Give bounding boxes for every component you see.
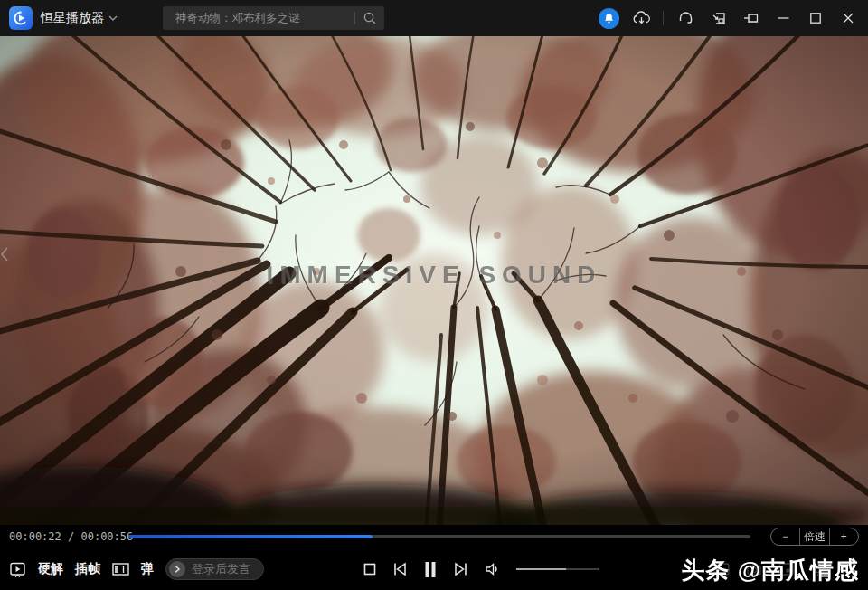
pause-icon xyxy=(424,561,437,578)
screenshot-icon xyxy=(747,563,761,576)
bell-icon xyxy=(603,13,615,24)
volume-slider[interactable] xyxy=(516,568,599,570)
pause-button[interactable] xyxy=(424,561,437,578)
subtitle-button[interactable] xyxy=(714,563,730,576)
maximize-icon xyxy=(810,13,821,24)
picture-in-picture-icon xyxy=(778,563,794,576)
previous-track-icon xyxy=(392,561,408,577)
screenshot-button[interactable] xyxy=(747,563,761,576)
minimize-button[interactable] xyxy=(772,7,794,29)
settings-button[interactable] xyxy=(811,563,825,576)
minimize-icon xyxy=(778,13,789,24)
speed-decrease-button[interactable]: − xyxy=(771,528,799,545)
search-input[interactable]: 神奇动物：邓布利多之谜 xyxy=(163,6,384,30)
app-title[interactable]: 恒星播放器 xyxy=(41,10,118,26)
notification-bell-button[interactable] xyxy=(599,8,619,29)
dock-sidebar-icon xyxy=(743,12,759,24)
volume-slider-fill xyxy=(516,568,566,570)
video-center-watermark: IMMERSIVE SOUND xyxy=(266,261,601,290)
playlist-button[interactable] xyxy=(9,561,26,578)
picture-in-picture-button[interactable] xyxy=(778,563,794,576)
search-divider xyxy=(354,12,355,24)
login-arrow-icon xyxy=(169,561,185,577)
seek-bar-fill xyxy=(128,535,373,538)
close-icon xyxy=(843,13,854,24)
headset-support-button[interactable] xyxy=(675,7,696,29)
titlebar-divider xyxy=(663,11,664,25)
gear-icon xyxy=(811,563,825,576)
speed-label-button[interactable]: 倍速 xyxy=(799,528,829,545)
fullscreen-button[interactable] xyxy=(842,563,855,576)
headset-icon xyxy=(678,11,693,25)
seek-bar[interactable] xyxy=(128,535,750,538)
volume-button[interactable] xyxy=(485,562,500,576)
search-placeholder: 神奇动物：邓布利多之谜 xyxy=(175,11,347,26)
cloud-download-button[interactable] xyxy=(630,7,652,29)
danmaku-login-input[interactable]: 登录后发言 xyxy=(165,558,264,580)
login-placeholder: 登录后发言 xyxy=(192,561,250,577)
maximize-button[interactable] xyxy=(805,7,826,29)
danmaku-display-icon xyxy=(112,563,129,576)
playlist-icon xyxy=(9,561,26,578)
previous-button[interactable] xyxy=(392,561,408,577)
video-surface[interactable]: IMMERSIVE SOUND xyxy=(0,36,868,525)
fullscreen-icon xyxy=(842,563,855,576)
volume-icon xyxy=(485,562,500,576)
playback-speed-control: − 倍速 + xyxy=(770,528,859,546)
next-track-icon xyxy=(453,561,468,577)
frame-interpolation-button[interactable]: 插帧 xyxy=(75,561,100,577)
cloud-download-icon xyxy=(633,11,650,25)
dock-sidebar-button[interactable] xyxy=(740,7,761,29)
collapse-panel-chevron-icon[interactable] xyxy=(0,246,9,262)
player-control-bar: 00:00:22 / 00:00:56 − 倍速 + 硬解 插帧 xyxy=(0,525,868,590)
danmaku-toggle-button[interactable]: 弹 xyxy=(141,561,154,577)
app-title-label: 恒星播放器 xyxy=(41,10,104,26)
mini-mode-button[interactable] xyxy=(707,7,729,29)
speed-increase-button[interactable]: + xyxy=(830,528,858,545)
next-button[interactable] xyxy=(453,561,468,577)
search-icon[interactable] xyxy=(363,11,377,25)
app-logo-icon[interactable] xyxy=(9,6,33,30)
mini-window-icon xyxy=(711,12,726,25)
stop-icon xyxy=(363,563,376,576)
time-display: 00:00:22 / 00:00:56 xyxy=(9,530,128,543)
subtitle-icon xyxy=(714,563,730,576)
stop-button[interactable] xyxy=(363,563,376,576)
hardware-decode-button[interactable]: 硬解 xyxy=(38,561,63,577)
danmaku-display-button[interactable] xyxy=(112,563,129,576)
titlebar: 恒星播放器 神奇动物：邓布利多之谜 xyxy=(0,0,868,36)
chevron-down-icon xyxy=(108,15,118,21)
close-button[interactable] xyxy=(837,7,859,29)
